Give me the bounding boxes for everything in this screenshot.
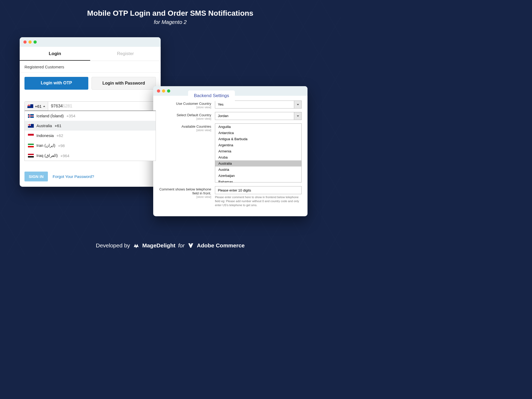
list-item[interactable]: Antarctica [215, 130, 301, 136]
maximize-icon[interactable] [34, 40, 37, 44]
flag-icon [28, 154, 34, 157]
country-option[interactable]: Iceland (Ísland) +354 [25, 111, 156, 121]
auth-tabs: Login Register [20, 47, 161, 61]
list-item[interactable]: Antigua & Barbuda [215, 136, 301, 142]
adobe-logo-icon [187, 242, 194, 249]
list-item[interactable]: Anguilla [215, 124, 301, 130]
phone-field: +61 976345281 Iceland (Ísland) +354 Aust… [24, 101, 156, 111]
list-item[interactable]: Bahamas [215, 179, 301, 182]
close-icon[interactable] [23, 40, 27, 44]
magedelight-logo-icon [133, 242, 140, 249]
sign-in-button[interactable]: SIGN IN [24, 172, 48, 181]
use-customer-country-select[interactable]: Yes [215, 101, 302, 109]
login-with-password-button[interactable]: Login with Password [92, 77, 156, 90]
flag-icon [28, 124, 34, 128]
minimize-icon[interactable] [162, 89, 165, 93]
backend-window: Backend Settings Use Customer Country [s… [153, 86, 307, 216]
country-code-selector[interactable]: +61 [25, 102, 48, 111]
tab-register[interactable]: Register [90, 47, 161, 61]
flag-icon [28, 114, 34, 118]
footer: Developed by MageDelight for Adobe Comme… [0, 242, 340, 249]
window-titlebar [20, 37, 161, 47]
country-option[interactable]: Australia +61 [25, 121, 156, 131]
list-item[interactable]: Austria [215, 167, 301, 173]
forgot-password-link[interactable]: Forgot Your Password? [53, 174, 94, 179]
frontend-window: Login Register Registered Customers Logi… [20, 37, 161, 187]
list-item[interactable]: Armenia [215, 148, 301, 154]
country-option[interactable]: Iran (ایران) +98 [25, 140, 156, 151]
minimize-icon[interactable] [28, 40, 32, 44]
window-titlebar: Backend Settings [153, 86, 307, 96]
country-option[interactable]: Indonesia +62 [25, 131, 156, 140]
flag-icon [28, 144, 34, 147]
selected-country-code: +61 [35, 104, 41, 109]
field-label: Available Countries [store view] [159, 123, 215, 182]
section-heading: Registered Customers [20, 61, 161, 73]
backend-tab-title: Backend Settings [188, 90, 235, 101]
field-label: Select Default Country [store view] [159, 112, 215, 120]
phone-input[interactable]: 976345281 [48, 102, 156, 111]
maximize-icon[interactable] [167, 89, 170, 93]
flag-icon [27, 104, 33, 108]
chevron-down-icon [294, 101, 301, 108]
list-item[interactable]: Aruba [215, 154, 301, 160]
close-icon[interactable] [157, 89, 160, 93]
country-option[interactable]: Iraq (العراق) +964 [25, 151, 156, 161]
chevron-down-icon [294, 112, 301, 120]
field-label: Use Customer Country [store view] [159, 101, 215, 109]
list-item[interactable]: Argentina [215, 142, 301, 148]
help-text: Please enter comment here to show in fro… [215, 195, 302, 207]
comment-input[interactable] [215, 186, 302, 194]
list-item[interactable]: Australia [215, 160, 301, 167]
flag-icon [28, 134, 34, 138]
available-countries-listbox[interactable]: Anguilla Antarctica Antigua & Barbuda Ar… [215, 123, 302, 182]
country-dropdown: Iceland (Ísland) +354 Australia +61 Indo… [24, 111, 156, 161]
field-label: Comment shows below telephone field in f… [159, 186, 215, 207]
page-title: Mobile OTP Login and Order SMS Notificat… [0, 9, 340, 18]
page-subtitle: for Magento 2 [0, 19, 340, 25]
chevron-up-icon [43, 106, 45, 107]
default-country-select[interactable]: Jordan [215, 112, 302, 120]
login-with-otp-button[interactable]: Login with OTP [24, 77, 88, 90]
list-item[interactable]: Azerbaijan [215, 173, 301, 179]
tab-login[interactable]: Login [20, 47, 90, 61]
